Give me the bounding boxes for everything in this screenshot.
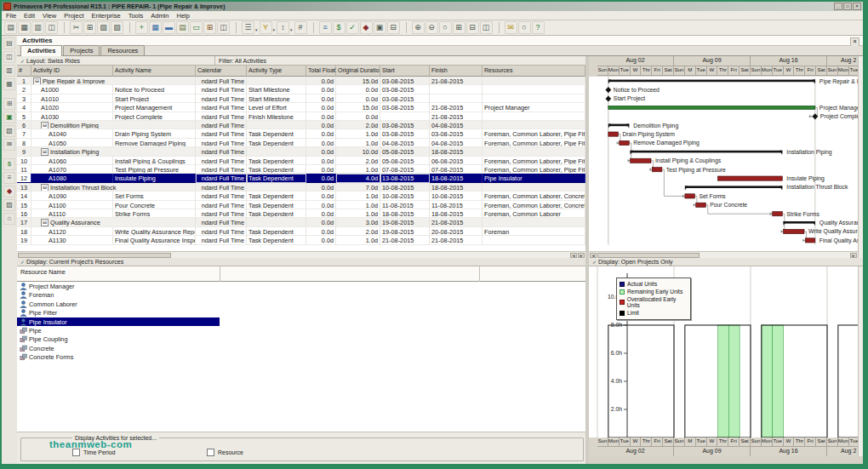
resource-row[interactable]: Pipe Coupling <box>17 335 585 343</box>
cell[interactable]: Foreman, Common Laborer, Concrete Forms <box>483 192 585 200</box>
cell[interactable] <box>483 77 585 85</box>
filter-icon[interactable]: Y <box>260 21 272 34</box>
cell[interactable]: ndard Full Time <box>196 192 247 200</box>
resource-row[interactable]: Pipe Fitter <box>17 308 585 317</box>
gantt-bar-summary[interactable]: Installation Thrust Block <box>685 184 848 190</box>
cell[interactable]: 1.0d <box>336 192 380 200</box>
cell[interactable]: 3 <box>17 94 31 103</box>
timescale-day[interactable]: Fri <box>728 66 740 76</box>
menu-project[interactable]: Project <box>64 12 83 20</box>
cell[interactable]: Level of Effort <box>247 103 306 112</box>
recalc-icon[interactable]: ⊟ <box>387 21 400 34</box>
cell[interactable]: ⊟Pipe Repair & Improve <box>31 77 196 85</box>
trace-logic-icon[interactable]: ◫ <box>217 21 230 34</box>
gantt-bar-summary[interactable]: Demolition Piping <box>608 123 679 129</box>
cell[interactable]: 07-08-2015 <box>380 165 430 174</box>
cell[interactable]: Start Project <box>113 94 196 103</box>
timescale-day[interactable]: Tue <box>620 66 631 76</box>
cell[interactable]: 21-08-2015 <box>430 236 483 244</box>
timescale-day[interactable]: Tue <box>773 438 784 447</box>
cell[interactable] <box>247 183 306 192</box>
update-progress-icon[interactable]: ◆ <box>360 21 373 34</box>
cell[interactable]: 5 <box>17 112 31 121</box>
table-row[interactable]: 4A1020Project Managementndard Full TimeL… <box>17 103 585 112</box>
gantt-bar-summary[interactable]: Installation Piping <box>631 149 832 156</box>
cell[interactable]: ⊟Installation Thrust Block <box>31 183 196 192</box>
menu-admin[interactable]: Admin <box>151 12 168 20</box>
gantt-bar-task[interactable]: Strike Forms <box>773 211 820 217</box>
cell[interactable]: 18-08-2015 <box>430 147 483 156</box>
cell[interactable]: 10.0d <box>336 147 380 156</box>
cell[interactable]: 15.0d <box>336 103 380 112</box>
cell[interactable] <box>483 85 585 94</box>
gantt-bar-milestone[interactable]: Start Project <box>605 95 645 102</box>
print-preview-icon[interactable]: ▤ <box>4 21 17 34</box>
cell[interactable]: 0.0d <box>306 192 336 200</box>
timescale-day[interactable]: Tue <box>849 66 858 76</box>
timescale-week[interactable]: Aug 09 <box>674 447 751 456</box>
cell[interactable]: A1030 <box>31 112 113 121</box>
timescale-week[interactable]: Aug 2 <box>827 56 858 66</box>
sidebar-resources-icon[interactable]: ◫ <box>3 51 15 63</box>
table-row[interactable]: 11A1070Test Piping at Pressurendard Full… <box>17 165 585 174</box>
maximize-button[interactable]: □ <box>843 3 852 10</box>
publish-icon[interactable]: ◫ <box>45 21 58 34</box>
cell[interactable]: Notice to Proceed <box>113 85 196 94</box>
cell[interactable] <box>483 183 585 192</box>
cell[interactable] <box>247 218 306 226</box>
cell[interactable]: 1.0d <box>336 236 380 244</box>
delete-icon[interactable]: ▨ <box>111 21 123 34</box>
cell[interactable]: 18-08-2015 <box>430 183 483 192</box>
column-header-finish[interactable]: Finish <box>430 66 483 77</box>
column-header-activity-id[interactable]: Activity ID <box>31 66 113 77</box>
cut-icon[interactable]: ✂ <box>70 21 83 34</box>
cell[interactable]: Foreman, Common Laborer, Pipe Fitter <box>483 165 585 174</box>
gantt-bar-task[interactable]: Test Piping at Pressure <box>652 167 726 174</box>
column-header--[interactable]: # <box>17 66 31 77</box>
cell[interactable]: A1100 <box>31 201 113 209</box>
timescale-day[interactable]: W <box>784 66 795 76</box>
collapse-icon[interactable]: ⊟ <box>41 122 49 129</box>
resource-checkbox[interactable]: Resource <box>207 449 243 456</box>
cell[interactable]: Foreman <box>483 227 585 236</box>
cell[interactable]: Insulate Piping <box>113 174 196 182</box>
timescale-day[interactable]: W <box>707 66 718 76</box>
checkbox-icon[interactable] <box>72 449 80 456</box>
store-period-icon[interactable]: ▣ <box>374 21 386 34</box>
remaining-units-bar[interactable] <box>773 325 784 438</box>
cell[interactable]: A1050 <box>31 139 113 147</box>
cell[interactable] <box>247 77 306 85</box>
timescale-day[interactable]: W <box>631 438 642 447</box>
sidebar-activities-icon[interactable]: ▣ <box>3 112 15 123</box>
sidebar-risks-icon[interactable]: ▨ <box>3 199 15 211</box>
table-row[interactable]: 12A1080Insulate Pipingndard Full TimeTas… <box>17 174 585 182</box>
collapse-icon[interactable]: ⊟ <box>41 184 49 192</box>
cell[interactable]: 0.0d <box>336 94 380 103</box>
timescale-day[interactable]: Tue <box>773 66 784 76</box>
timescale-day[interactable]: Sun <box>751 438 762 447</box>
cell[interactable]: 1.0d <box>336 209 380 218</box>
cell[interactable]: 10 <box>17 157 31 165</box>
zoom-in-icon[interactable]: ⊕ <box>412 21 425 34</box>
cell[interactable]: Write Quality Assurance Report <box>113 227 196 236</box>
menu-enterprise[interactable]: Enterprise <box>92 12 121 20</box>
gantt-bar-task[interactable]: Install Piping & Couplings <box>631 157 722 164</box>
timescale-day[interactable]: Sat <box>816 438 827 447</box>
column-divider[interactable] <box>220 266 220 282</box>
cell[interactable]: 04-08-2015 <box>430 121 483 129</box>
cell[interactable]: 10-08-2015 <box>380 183 430 192</box>
table-row[interactable]: 16A1110Strike Formsndard Full TimeTask D… <box>17 209 585 218</box>
table-row[interactable]: 9⊟Installation Pipingndard Full Time0.0d… <box>17 147 585 156</box>
cell[interactable]: Task Dependent <box>247 209 306 218</box>
cell[interactable]: 1.0d <box>336 201 380 209</box>
collapse-icon[interactable]: ⊟ <box>41 148 49 156</box>
cell[interactable]: Task Dependent <box>247 227 306 236</box>
cell[interactable]: Set Forms <box>113 192 196 200</box>
cell[interactable]: Task Dependent <box>247 201 306 209</box>
timescale-day[interactable]: Thr <box>717 438 728 447</box>
cell[interactable]: ndard Full Time <box>196 147 247 156</box>
usage-display-bar[interactable]: ✓ Display: Open Projects Only <box>589 258 863 266</box>
cell[interactable]: Drain Piping System <box>113 129 196 138</box>
timescale-week[interactable]: Aug 2 <box>827 447 858 456</box>
sidebar-projects-icon[interactable]: ▤ <box>3 37 15 49</box>
